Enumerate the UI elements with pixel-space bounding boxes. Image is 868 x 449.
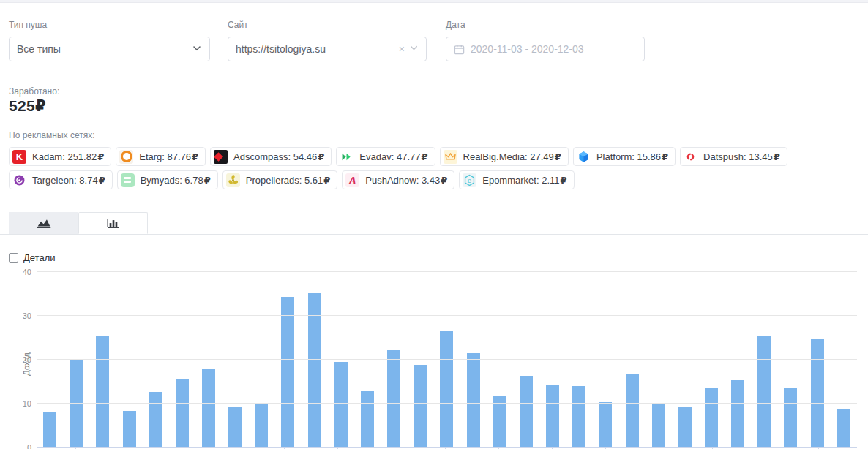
bar-slot (672, 272, 698, 448)
bar-slot (302, 272, 328, 448)
ruble-sign: ₽ (318, 151, 324, 162)
platform-icon (577, 150, 591, 164)
network-badge-bymyads: Bymyads: 6.78₽ (117, 170, 218, 189)
bar-slot (169, 272, 195, 448)
earnings-value: 525₽ (9, 97, 859, 115)
propellerads-icon (226, 173, 240, 187)
chart-bar-10-nov[interactable] (228, 407, 242, 448)
bar-slot (618, 272, 645, 448)
bymyads-icon (121, 173, 135, 187)
chart-bar-21-nov[interactable] (520, 376, 533, 448)
network-badge-etarg: Etarg: 87.76₽ (116, 147, 206, 166)
chart-bar-22-nov[interactable] (546, 385, 559, 448)
ruble-sign: ₽ (323, 175, 330, 186)
bar-slot (116, 272, 142, 448)
network-badges: KKadam: 251.82₽Etarg: 87.76₽Adscompass: … (9, 147, 828, 189)
ruble-sign: ₽ (774, 151, 780, 162)
chart-bar-26-nov[interactable] (652, 403, 665, 448)
filters-row: Тип пуша Все типы Сайт https://tsitologi… (9, 20, 859, 61)
bar-chart-icon (105, 218, 121, 229)
targeleon-icon (12, 173, 26, 187)
income-chart: Доход 4. Nov6. Nov8. Nov10. Nov12. Nov14… (9, 266, 859, 449)
bar-slot (698, 272, 725, 448)
details-label: Детали (23, 252, 56, 263)
chart-bar-3-dec[interactable] (837, 409, 850, 448)
network-badge-label: Platform: 15.86₽ (596, 151, 668, 162)
chart-tabs (0, 212, 868, 235)
bar-slot (63, 272, 89, 448)
evadav-icon (340, 150, 353, 164)
bar-slot (566, 272, 592, 448)
network-badge-platform: Platform: 15.86₽ (573, 147, 676, 166)
gridline-y10 (37, 403, 857, 404)
push-type-value: Все типы (17, 43, 192, 55)
chart-bar-2-dec[interactable] (811, 339, 824, 448)
site-label: Сайт (228, 20, 427, 30)
network-badge-adscompass: Adscompass: 54.46₽ (210, 147, 332, 166)
chart-bar-5-nov[interactable] (96, 336, 109, 448)
ruble-sign: ₽ (99, 175, 105, 186)
gridline-y20 (37, 359, 857, 360)
chart-bar-25-nov[interactable] (626, 374, 639, 448)
site-select[interactable]: https://tsitologiya.su × (228, 37, 427, 61)
date-range-input[interactable]: 2020-11-03 - 2020-12-03 (446, 37, 645, 61)
chart-bar-6-nov[interactable] (123, 411, 136, 448)
chart-bar-9-nov[interactable] (202, 369, 215, 448)
chart-bar-23-nov[interactable] (572, 386, 585, 448)
network-badge-datspush: Datspush: 13.45₽ (680, 147, 787, 166)
networks-label: По рекламных сетях: (9, 130, 859, 140)
chart-bar-14-nov[interactable] (334, 362, 348, 448)
area-chart-icon (36, 218, 52, 229)
details-row: Детали (9, 252, 859, 263)
svg-text:e: e (468, 176, 471, 184)
chart-bar-16-nov[interactable] (387, 350, 400, 448)
chart-bar-1-dec[interactable] (784, 388, 797, 448)
chart-bar-27-nov[interactable] (678, 407, 692, 448)
site-value: https://tsitologiya.su (236, 43, 399, 55)
calendar-icon (454, 44, 465, 55)
chart-bar-18-nov[interactable] (440, 331, 453, 448)
chart-bar-8-nov[interactable] (176, 379, 189, 448)
chart-bar-3-nov[interactable] (43, 412, 56, 448)
ruble-sign: ₽ (441, 175, 447, 186)
bar-slot (646, 272, 672, 448)
gridline-y30 (37, 315, 857, 316)
chart-bar-24-nov[interactable] (599, 402, 612, 448)
ruble-sign: ₽ (561, 175, 567, 186)
chart-bar-7-nov[interactable] (149, 392, 162, 448)
network-badge-label: RealBig.Media: 27.49₽ (463, 151, 561, 162)
network-badge-propellerads: Propellerads: 5.61₽ (222, 170, 338, 189)
epommarket-icon: e (463, 173, 476, 187)
chart-bar-30-nov[interactable] (757, 336, 771, 448)
chart-bar-19-nov[interactable] (467, 353, 480, 448)
chart-bar-12-nov[interactable] (281, 297, 294, 448)
bar-slot (539, 272, 566, 448)
chart-bar-28-nov[interactable] (705, 388, 718, 448)
bar-slot (37, 272, 63, 448)
network-badge-pushadnow: APushAdnow: 3.43₽ (342, 170, 454, 189)
details-checkbox[interactable] (9, 253, 18, 263)
bar-slot (381, 272, 407, 448)
network-badge-label: Etarg: 87.76₽ (139, 151, 198, 162)
ruble-sign: ₽ (555, 151, 561, 162)
chart-bar-29-nov[interactable] (731, 380, 744, 448)
chart-bar-15-nov[interactable] (361, 391, 374, 448)
tab-bar-chart[interactable] (78, 212, 148, 234)
earnings-label: Заработано: (9, 86, 859, 97)
ruble-sign: ₽ (97, 151, 104, 162)
chart-bar-11-nov[interactable] (255, 404, 268, 448)
clear-icon[interactable]: × (399, 44, 405, 54)
datspush-icon (684, 150, 697, 164)
bar-slot (407, 272, 433, 448)
push-type-select[interactable]: Все типы (9, 37, 210, 61)
bar-slot (433, 272, 460, 448)
ruble-sign: ₽ (35, 97, 46, 114)
date-label: Дата (446, 20, 645, 30)
chart-section: Детали Доход 4. Nov6. Nov8. Nov10. Nov12… (0, 252, 868, 449)
tab-area-chart[interactable] (9, 212, 78, 234)
bar-slot (487, 272, 513, 448)
network-badge-kadam: KKadam: 251.82₽ (9, 147, 111, 166)
bar-slot (222, 272, 248, 448)
chart-bar-17-nov[interactable] (414, 365, 427, 448)
ruble-sign: ₽ (662, 151, 668, 162)
